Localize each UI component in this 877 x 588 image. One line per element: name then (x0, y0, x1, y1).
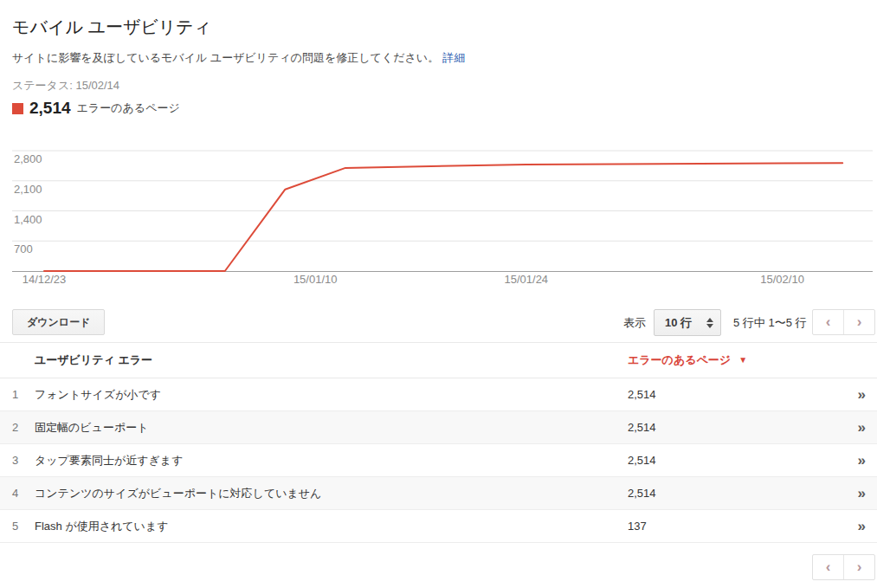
rows-per-page-select[interactable]: 10 行 (654, 309, 721, 336)
row-index: 2 (12, 411, 18, 444)
svg-text:2,800: 2,800 (14, 152, 42, 165)
download-button-label: ダウンロード (27, 315, 90, 330)
sort-desc-icon: ▼ (738, 343, 747, 378)
paginator-bottom: ‹ › (812, 554, 875, 580)
next-page-button[interactable]: › (843, 555, 874, 579)
error-type-link[interactable]: Flash が使用されています (35, 510, 169, 543)
error-pages-count: 2,514 (628, 477, 656, 510)
table-body: 1フォントサイズが小です2,514»2固定幅のビューポート2,514»3タップ要… (0, 378, 877, 543)
prev-page-button[interactable]: ‹ (813, 555, 843, 579)
row-index: 5 (12, 510, 18, 543)
spinner-up-icon (706, 318, 713, 322)
spinner-icon (706, 318, 713, 328)
table-row: 4コンテンツのサイズがビューポートに対応していません2,514» (0, 477, 877, 510)
table-row: 2固定幅のビューポート2,514» (0, 411, 877, 444)
error-type-link[interactable]: 固定幅のビューポート (35, 411, 149, 444)
legend-color-swatch (12, 103, 23, 114)
rows-per-page-label: 表示 (623, 315, 646, 331)
chart-legend: 2,514 エラーのあるページ (12, 98, 180, 119)
prev-page-button[interactable]: ‹ (813, 310, 843, 334)
page-title: モバイル ユーザビリティ (12, 16, 211, 39)
details-link[interactable]: 詳細 (442, 51, 465, 64)
column-header-error[interactable]: ユーザビリティ エラー (35, 343, 152, 378)
subtitle-text: サイトに影響を及ぼしているモバイル ユーザビリティの問題を修正してください。 (12, 51, 439, 64)
row-index: 4 (12, 477, 18, 510)
error-type-link[interactable]: コンテンツのサイズがビューポートに対応していません (35, 477, 321, 510)
error-pages-count: 2,514 (628, 411, 656, 444)
chevron-right-icon: › (857, 313, 862, 331)
spinner-down-icon (706, 324, 713, 328)
legend-label: エラーのあるページ (77, 100, 180, 116)
page-subtitle: サイトに影響を及ぼしているモバイル ユーザビリティの問題を修正してください。詳細 (12, 50, 465, 66)
table-header: ユーザビリティ エラー エラーのあるページ ▼ (0, 342, 877, 378)
chevron-left-icon: ‹ (826, 559, 831, 576)
legend-error-count: 2,514 (29, 99, 71, 118)
row-expand-chevron-icon[interactable]: » (858, 477, 866, 510)
svg-text:15/01/10: 15/01/10 (293, 273, 338, 286)
download-button[interactable]: ダウンロード (12, 309, 105, 335)
error-pages-count: 2,514 (628, 378, 656, 411)
row-expand-chevron-icon[interactable]: » (858, 378, 866, 411)
column-header-pages-label: エラーのあるページ (628, 343, 731, 378)
next-page-button[interactable]: › (843, 310, 874, 334)
table-row: 5Flash が使用されています137» (0, 510, 877, 543)
svg-text:15/01/24: 15/01/24 (504, 273, 548, 286)
svg-text:14/12/23: 14/12/23 (23, 273, 67, 286)
row-index: 1 (12, 378, 18, 411)
column-header-pages[interactable]: エラーのあるページ ▼ (628, 343, 747, 378)
paginator-top: ‹ › (812, 309, 875, 335)
rows-per-page-value: 10 行 (665, 315, 692, 331)
chevron-right-icon: › (857, 559, 862, 576)
row-expand-chevron-icon[interactable]: » (858, 411, 866, 444)
row-expand-chevron-icon[interactable]: » (858, 510, 866, 543)
pagination-range-label: 5 行中 1〜5 行 (733, 315, 807, 331)
svg-text:700: 700 (14, 242, 33, 255)
svg-text:15/02/10: 15/02/10 (760, 273, 804, 286)
row-index: 3 (12, 444, 18, 477)
usability-chart: 7001,4002,1002,80014/12/2315/01/1015/01/… (0, 139, 877, 293)
error-pages-count: 2,514 (628, 444, 656, 477)
chevron-left-icon: ‹ (826, 313, 831, 331)
status-text: ステータス: 15/02/14 (12, 78, 119, 94)
table-row: 3タップ要素同士が近すぎます2,514» (0, 444, 877, 477)
svg-text:1,400: 1,400 (14, 213, 42, 226)
error-type-link[interactable]: フォントサイズが小です (35, 378, 161, 411)
svg-text:2,100: 2,100 (14, 183, 42, 196)
row-expand-chevron-icon[interactable]: » (858, 444, 866, 477)
table-row: 1フォントサイズが小です2,514» (0, 378, 877, 411)
error-type-link[interactable]: タップ要素同士が近すぎます (35, 444, 183, 477)
error-pages-count: 137 (628, 510, 647, 543)
